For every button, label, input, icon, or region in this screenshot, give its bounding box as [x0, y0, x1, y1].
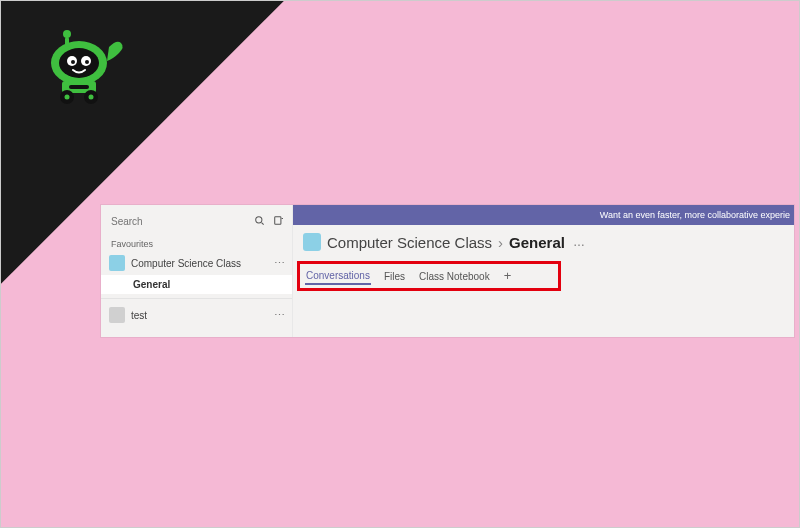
breadcrumb-team-avatar-icon	[303, 233, 321, 251]
search-row	[101, 205, 292, 233]
breadcrumb-team[interactable]: Computer Science Class	[327, 234, 492, 251]
breadcrumb: Computer Science Class › General …	[293, 225, 794, 257]
svg-line-14	[262, 223, 264, 225]
sidebar-channel-general[interactable]: General	[101, 275, 292, 294]
robot-logo	[31, 23, 131, 123]
breadcrumb-more-icon[interactable]: …	[571, 235, 586, 249]
svg-point-12	[89, 95, 94, 100]
svg-rect-15	[275, 217, 281, 225]
svg-point-2	[63, 30, 71, 38]
svg-point-7	[85, 60, 89, 64]
search-icon[interactable]	[254, 212, 265, 230]
tab-class-notebook[interactable]: Class Notebook	[418, 269, 491, 284]
svg-rect-1	[65, 37, 69, 47]
team-more-icon[interactable]: ⋯	[274, 309, 286, 322]
chevron-right-icon: ›	[498, 234, 503, 251]
sidebar-divider	[101, 298, 292, 299]
sidebar-section-label: Favourites	[101, 233, 292, 251]
team-avatar-icon	[109, 255, 125, 271]
team-more-icon[interactable]: ⋯	[274, 257, 286, 270]
sidebar-team-computer-science[interactable]: Computer Science Class ⋯	[101, 251, 292, 275]
upgrade-banner[interactable]: Want an even faster, more collaborative …	[293, 205, 794, 225]
add-tab-button[interactable]: +	[503, 271, 513, 281]
search-input[interactable]	[111, 216, 254, 227]
teams-app-window: Favourites Computer Science Class ⋯ Gene…	[101, 205, 794, 337]
svg-point-6	[71, 60, 75, 64]
sidebar-team-test[interactable]: test ⋯	[101, 303, 292, 327]
tab-files[interactable]: Files	[383, 269, 406, 284]
main-area: Want an even faster, more collaborative …	[293, 205, 794, 337]
svg-point-13	[256, 217, 262, 223]
breadcrumb-channel: General	[509, 234, 565, 251]
tab-conversations[interactable]: Conversations	[305, 268, 371, 285]
team-avatar-icon	[109, 307, 125, 323]
team-name-label: Computer Science Class	[131, 258, 268, 269]
create-team-icon[interactable]	[273, 212, 284, 230]
svg-rect-8	[69, 85, 89, 89]
channel-tabs: Conversations Files Class Notebook +	[293, 261, 794, 291]
team-name-label: test	[131, 310, 268, 321]
sidebar: Favourites Computer Science Class ⋯ Gene…	[101, 205, 293, 337]
svg-point-11	[65, 95, 70, 100]
